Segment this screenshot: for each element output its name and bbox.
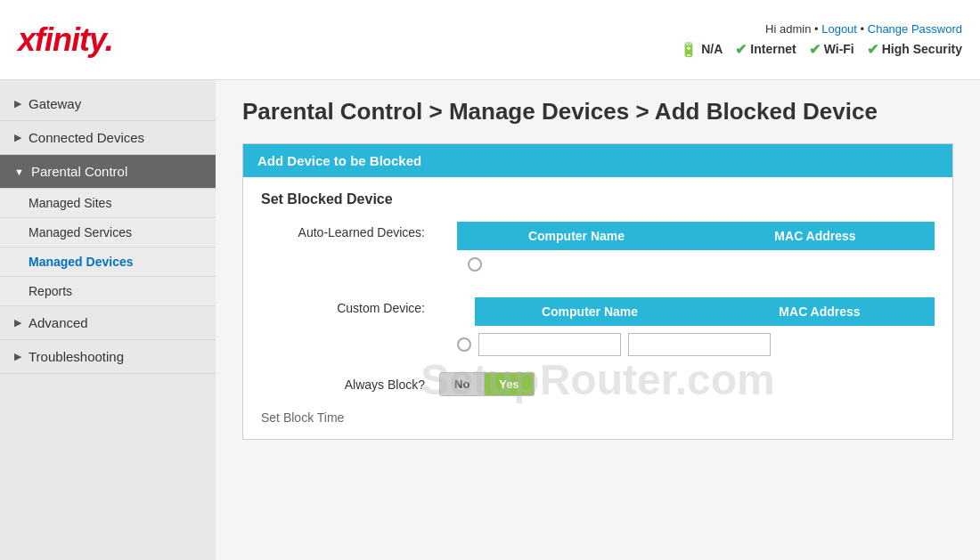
sidebar-subitem-managed-sites[interactable]: Managed Sites xyxy=(0,189,216,218)
custom-computer-name-input[interactable] xyxy=(478,333,621,356)
toggle-group: No Yes xyxy=(439,372,535,396)
change-password-link[interactable]: Change Password xyxy=(868,22,962,36)
sidebar-item-label-connected-devices: Connected Devices xyxy=(29,130,144,145)
sidebar-item-parental-control[interactable]: ▼ Parental Control xyxy=(0,155,216,189)
battery-icon: 🔋 xyxy=(680,41,698,58)
content-wrapper: Add Device to be Blocked Set Blocked Dev… xyxy=(242,143,953,440)
internet-check-icon: ✔ xyxy=(735,41,747,58)
parental-control-arrow-icon: ▼ xyxy=(14,166,24,177)
custom-device-table-header: Computer Name MAC Address xyxy=(475,297,935,326)
separator2: • xyxy=(861,22,868,36)
user-greeting: Hi admin xyxy=(765,22,811,36)
auto-learned-empty-row xyxy=(457,250,935,281)
auto-learned-label: Auto-Learned Devices: xyxy=(261,222,439,239)
auto-learned-radio[interactable] xyxy=(468,257,482,272)
auto-learned-mac-address-col: MAC Address xyxy=(696,222,935,250)
custom-device-row: Custom Device: Computer Name MAC Address xyxy=(261,297,935,356)
toggle-yes-button[interactable]: Yes xyxy=(485,372,534,396)
wifi-check-icon: ✔ xyxy=(809,41,821,58)
internet-status: ✔ Internet xyxy=(735,41,796,58)
sidebar-subitem-label-reports: Reports xyxy=(29,284,72,298)
header-status-row: 🔋 N/A ✔ Internet ✔ Wi-Fi ✔ High Security xyxy=(680,41,962,58)
main-content: Parental Control > Manage Devices > Add … xyxy=(216,80,980,560)
header-top-row: Hi admin • Logout • Change Password xyxy=(680,22,962,36)
sidebar-subitem-managed-devices[interactable]: Managed Devices xyxy=(0,248,216,277)
battery-status: 🔋 N/A xyxy=(680,41,723,58)
sidebar-subitem-managed-services[interactable]: Managed Services xyxy=(0,218,216,248)
high-security-status: ✔ High Security xyxy=(867,41,962,58)
troubleshooting-arrow-icon: ▶ xyxy=(14,351,21,362)
sidebar-item-advanced[interactable]: ▶ Advanced xyxy=(0,306,216,340)
sidebar-subitem-label-managed-sites: Managed Sites xyxy=(29,196,111,210)
advanced-arrow-icon: ▶ xyxy=(14,317,21,329)
content-body: Set Blocked Device Auto-Learned Devices:… xyxy=(243,177,952,439)
sidebar-item-label-troubleshooting: Troubleshooting xyxy=(29,349,124,364)
battery-label: N/A xyxy=(701,42,723,56)
logo: xfinity. xyxy=(18,21,113,59)
internet-label: Internet xyxy=(750,42,796,56)
auto-learned-content: Computer Name MAC Address xyxy=(439,222,935,281)
sidebar-item-label-advanced: Advanced xyxy=(29,315,88,330)
custom-computer-name-col: Computer Name xyxy=(475,297,705,326)
custom-mac-address-col: MAC Address xyxy=(705,297,935,326)
custom-device-radio[interactable] xyxy=(457,337,471,352)
gateway-arrow-icon: ▶ xyxy=(14,98,21,110)
high-security-check-icon: ✔ xyxy=(867,41,878,58)
set-block-time-label: Set Block Time xyxy=(261,410,344,425)
always-block-label: Always Block? xyxy=(261,377,439,392)
page-title: Parental Control > Manage Devices > Add … xyxy=(242,98,953,126)
custom-device-label: Custom Device: xyxy=(261,297,439,315)
sidebar: ▶ Gateway ▶ Connected Devices ▼ Parental… xyxy=(0,80,216,560)
sidebar-item-label-gateway: Gateway xyxy=(29,96,81,111)
sidebar-subitem-label-managed-devices: Managed Devices xyxy=(29,255,134,269)
logout-link[interactable]: Logout xyxy=(821,22,857,36)
custom-device-content: Computer Name MAC Address xyxy=(439,297,935,356)
auto-learned-table-header: Computer Name MAC Address xyxy=(457,222,935,250)
separator1: • xyxy=(814,22,821,36)
wifi-label: Wi-Fi xyxy=(824,42,854,56)
sidebar-subitem-label-managed-services: Managed Services xyxy=(29,225,132,239)
wifi-status: ✔ Wi-Fi xyxy=(809,41,854,58)
toggle-no-button[interactable]: No xyxy=(439,372,485,396)
header-right: Hi admin • Logout • Change Password 🔋 N/… xyxy=(680,22,962,58)
high-security-label: High Security xyxy=(882,42,962,56)
sidebar-item-connected-devices[interactable]: ▶ Connected Devices xyxy=(0,121,216,155)
auto-learned-computer-name-col: Computer Name xyxy=(457,222,696,250)
sidebar-subitem-reports[interactable]: Reports xyxy=(0,277,216,306)
section-title: Set Blocked Device xyxy=(261,191,935,207)
connected-devices-arrow-icon: ▶ xyxy=(14,132,21,143)
header: xfinity. Hi admin • Logout • Change Pass… xyxy=(0,0,980,80)
set-block-time: Set Block Time xyxy=(261,410,935,425)
sidebar-item-gateway[interactable]: ▶ Gateway xyxy=(0,87,216,121)
layout: ▶ Gateway ▶ Connected Devices ▼ Parental… xyxy=(0,80,980,560)
custom-mac-address-input[interactable] xyxy=(628,333,771,356)
auto-learned-row: Auto-Learned Devices: Computer Name MAC … xyxy=(261,222,935,281)
always-block-row: Always Block? No Yes xyxy=(261,372,935,396)
custom-device-input-row xyxy=(457,333,935,356)
sidebar-item-troubleshooting[interactable]: ▶ Troubleshooting xyxy=(0,340,216,374)
content-box: Add Device to be Blocked Set Blocked Dev… xyxy=(242,143,953,440)
sidebar-item-label-parental-control: Parental Control xyxy=(31,164,127,179)
content-header: Add Device to be Blocked xyxy=(243,144,952,177)
